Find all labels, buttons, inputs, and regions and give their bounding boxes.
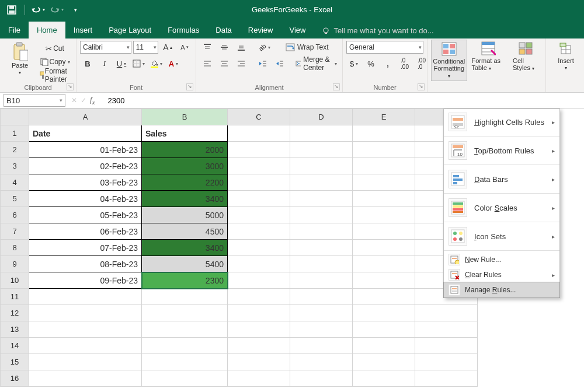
cell-C16[interactable] [228, 370, 290, 387]
align-top-icon[interactable] [200, 41, 215, 54]
number-launcher[interactable]: ↘ [418, 83, 425, 90]
fx-icon[interactable]: fx [90, 95, 95, 106]
cell-B13[interactable] [142, 321, 228, 338]
cell-C2[interactable] [228, 142, 290, 158]
comma-format-button[interactable]: , [380, 57, 395, 70]
cell-B11[interactable] [142, 289, 228, 305]
font-launcher[interactable]: ↘ [186, 83, 193, 90]
cf-action-1[interactable]: Clear Rules ▸ [444, 267, 559, 282]
cell-C9[interactable] [228, 256, 290, 272]
cf-menu-item-1[interactable]: 10 Top/Bottom Rules ▸ [444, 138, 559, 163]
cell-B6[interactable]: 5000 [142, 207, 228, 223]
cell-E14[interactable] [353, 338, 415, 354]
cell-D4[interactable] [290, 174, 353, 191]
cell-D14[interactable] [290, 338, 353, 354]
cell-A9[interactable]: 08-Feb-23 [29, 256, 142, 272]
column-header-D[interactable]: D [290, 109, 353, 125]
cancel-formula-icon[interactable]: ✕ [71, 96, 77, 104]
enter-formula-icon[interactable]: ✓ [81, 96, 86, 104]
cell-A16[interactable] [29, 370, 142, 387]
cf-menu-item-0[interactable]: ≤≥ Highlight Cells Rules ▸ [444, 109, 559, 135]
italic-button[interactable]: I [97, 57, 112, 70]
cell-F16[interactable] [415, 370, 478, 387]
cf-action-2[interactable]: Manage Rules... [443, 282, 560, 298]
column-header-E[interactable]: E [353, 109, 415, 125]
cell-D3[interactable] [290, 158, 353, 174]
cell-A6[interactable]: 05-Feb-23 [29, 207, 142, 223]
align-center-icon[interactable] [217, 57, 232, 70]
merge-center-button[interactable]: Merge & Center▾ [294, 57, 339, 70]
cell-C5[interactable] [228, 191, 290, 207]
cell-D10[interactable] [290, 272, 353, 289]
copy-button[interactable]: Copy▾ [37, 55, 72, 68]
cell-A15[interactable] [29, 354, 142, 370]
qat-customize-icon[interactable]: ▾ [67, 2, 84, 18]
decrease-indent-icon[interactable] [255, 57, 270, 70]
percent-format-button[interactable]: % [363, 57, 378, 70]
cell-B7[interactable]: 4500 [142, 223, 228, 240]
row-header-16[interactable]: 16 [1, 370, 29, 387]
tab-page-layout[interactable]: Page Layout [100, 22, 159, 38]
font-name-combo[interactable]: Calibri [80, 41, 131, 54]
cf-menu-item-4[interactable]: Icon Sets ▸ [444, 223, 559, 249]
cell-E16[interactable] [353, 370, 415, 387]
cell-A3[interactable]: 02-Feb-23 [29, 158, 142, 174]
tab-home[interactable]: Home [29, 22, 65, 38]
cell-E4[interactable] [353, 174, 415, 191]
row-header-1[interactable]: 1 [1, 125, 29, 142]
align-bottom-icon[interactable] [234, 41, 249, 54]
align-right-icon[interactable] [234, 57, 249, 70]
row-header-14[interactable]: 14 [1, 338, 29, 354]
cell-B3[interactable]: 3000 [142, 158, 228, 174]
tell-me-search[interactable]: Tell me what you want to do... [322, 26, 433, 38]
cell-E3[interactable] [353, 158, 415, 174]
cell-A13[interactable] [29, 321, 142, 338]
cell-E1[interactable] [353, 125, 415, 142]
cell-A7[interactable]: 06-Feb-23 [29, 223, 142, 240]
formula-input[interactable] [105, 93, 584, 107]
tab-formulas[interactable]: Formulas [159, 22, 207, 38]
row-header-5[interactable]: 5 [1, 191, 29, 207]
cell-D11[interactable] [290, 289, 353, 305]
cell-E6[interactable] [353, 207, 415, 223]
cell-A5[interactable]: 04-Feb-23 [29, 191, 142, 207]
spreadsheet-grid[interactable]: ABCDEF1DateSales201-Feb-232000302-Feb-23… [0, 108, 478, 387]
cell-D13[interactable] [290, 321, 353, 338]
cell-B9[interactable]: 5400 [142, 256, 228, 272]
cell-A8[interactable]: 07-Feb-23 [29, 240, 142, 256]
cell-A4[interactable]: 03-Feb-23 [29, 174, 142, 191]
increase-indent-icon[interactable] [272, 57, 287, 70]
cell-C1[interactable] [228, 125, 290, 142]
cell-E12[interactable] [353, 305, 415, 321]
decrease-font-icon[interactable]: A▾ [177, 41, 192, 54]
cell-C4[interactable] [228, 174, 290, 191]
row-header-4[interactable]: 4 [1, 174, 29, 191]
row-header-13[interactable]: 13 [1, 321, 29, 338]
cf-action-0[interactable]: New Rule... [444, 252, 559, 267]
cell-E2[interactable] [353, 142, 415, 158]
tab-data[interactable]: Data [207, 22, 239, 38]
borders-button[interactable]: ▾ [131, 57, 147, 70]
row-header-15[interactable]: 15 [1, 354, 29, 370]
accounting-format-button[interactable]: $▾ [346, 57, 361, 70]
column-header-C[interactable]: C [228, 109, 290, 125]
cell-C13[interactable] [228, 321, 290, 338]
cell-D1[interactable] [290, 125, 353, 142]
align-left-icon[interactable] [200, 57, 215, 70]
clipboard-launcher[interactable]: ↘ [67, 83, 74, 90]
cell-D8[interactable] [290, 240, 353, 256]
cell-A14[interactable] [29, 338, 142, 354]
tab-file[interactable]: File [0, 22, 29, 38]
tab-review[interactable]: Review [240, 22, 281, 38]
cell-styles-button[interactable]: Cell Styles ▾ [509, 40, 542, 81]
row-header-6[interactable]: 6 [1, 207, 29, 223]
cell-E13[interactable] [353, 321, 415, 338]
cell-C10[interactable] [228, 272, 290, 289]
cell-B1[interactable]: Sales [142, 125, 228, 142]
conditional-formatting-button[interactable]: Conditional Formatting ▾ [431, 40, 467, 81]
row-header-3[interactable]: 3 [1, 158, 29, 174]
cell-A10[interactable]: 09-Feb-23 [29, 272, 142, 289]
cell-F12[interactable] [415, 305, 478, 321]
cell-C11[interactable] [228, 289, 290, 305]
cell-D16[interactable] [290, 370, 353, 387]
